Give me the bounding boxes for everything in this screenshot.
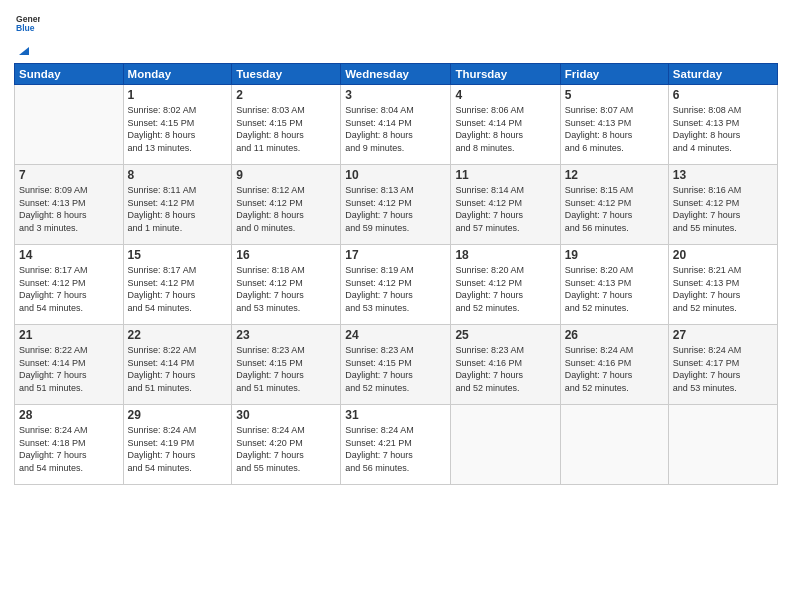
calendar-cell: 27Sunrise: 8:24 AM Sunset: 4:17 PM Dayli… xyxy=(668,325,777,405)
day-info: Sunrise: 8:12 AM Sunset: 4:12 PM Dayligh… xyxy=(236,184,336,234)
day-number: 19 xyxy=(565,248,664,262)
day-number: 4 xyxy=(455,88,555,102)
day-info: Sunrise: 8:08 AM Sunset: 4:13 PM Dayligh… xyxy=(673,104,773,154)
day-info: Sunrise: 8:18 AM Sunset: 4:12 PM Dayligh… xyxy=(236,264,336,314)
logo-triangle-icon xyxy=(15,39,33,57)
calendar-cell: 31Sunrise: 8:24 AM Sunset: 4:21 PM Dayli… xyxy=(341,405,451,485)
day-info: Sunrise: 8:13 AM Sunset: 4:12 PM Dayligh… xyxy=(345,184,446,234)
day-number: 28 xyxy=(19,408,119,422)
calendar-week-row: 14Sunrise: 8:17 AM Sunset: 4:12 PM Dayli… xyxy=(15,245,778,325)
calendar-cell: 7Sunrise: 8:09 AM Sunset: 4:13 PM Daylig… xyxy=(15,165,124,245)
day-number: 23 xyxy=(236,328,336,342)
day-number: 3 xyxy=(345,88,446,102)
calendar-cell: 29Sunrise: 8:24 AM Sunset: 4:19 PM Dayli… xyxy=(123,405,232,485)
calendar-cell: 2Sunrise: 8:03 AM Sunset: 4:15 PM Daylig… xyxy=(232,85,341,165)
calendar-cell: 24Sunrise: 8:23 AM Sunset: 4:15 PM Dayli… xyxy=(341,325,451,405)
day-info: Sunrise: 8:20 AM Sunset: 4:12 PM Dayligh… xyxy=(455,264,555,314)
weekday-header-wednesday: Wednesday xyxy=(341,64,451,85)
day-info: Sunrise: 8:23 AM Sunset: 4:15 PM Dayligh… xyxy=(236,344,336,394)
day-info: Sunrise: 8:07 AM Sunset: 4:13 PM Dayligh… xyxy=(565,104,664,154)
calendar-cell: 8Sunrise: 8:11 AM Sunset: 4:12 PM Daylig… xyxy=(123,165,232,245)
calendar-cell: 16Sunrise: 8:18 AM Sunset: 4:12 PM Dayli… xyxy=(232,245,341,325)
day-info: Sunrise: 8:23 AM Sunset: 4:16 PM Dayligh… xyxy=(455,344,555,394)
calendar-cell: 26Sunrise: 8:24 AM Sunset: 4:16 PM Dayli… xyxy=(560,325,668,405)
calendar-cell: 15Sunrise: 8:17 AM Sunset: 4:12 PM Dayli… xyxy=(123,245,232,325)
day-info: Sunrise: 8:17 AM Sunset: 4:12 PM Dayligh… xyxy=(128,264,228,314)
day-number: 2 xyxy=(236,88,336,102)
day-number: 22 xyxy=(128,328,228,342)
calendar-cell: 23Sunrise: 8:23 AM Sunset: 4:15 PM Dayli… xyxy=(232,325,341,405)
day-number: 27 xyxy=(673,328,773,342)
calendar-cell: 25Sunrise: 8:23 AM Sunset: 4:16 PM Dayli… xyxy=(451,325,560,405)
day-number: 17 xyxy=(345,248,446,262)
calendar-cell: 4Sunrise: 8:06 AM Sunset: 4:14 PM Daylig… xyxy=(451,85,560,165)
day-info: Sunrise: 8:14 AM Sunset: 4:12 PM Dayligh… xyxy=(455,184,555,234)
calendar-cell: 13Sunrise: 8:16 AM Sunset: 4:12 PM Dayli… xyxy=(668,165,777,245)
day-info: Sunrise: 8:16 AM Sunset: 4:12 PM Dayligh… xyxy=(673,184,773,234)
calendar-cell: 5Sunrise: 8:07 AM Sunset: 4:13 PM Daylig… xyxy=(560,85,668,165)
calendar-cell: 12Sunrise: 8:15 AM Sunset: 4:12 PM Dayli… xyxy=(560,165,668,245)
day-number: 7 xyxy=(19,168,119,182)
calendar-cell: 1Sunrise: 8:02 AM Sunset: 4:15 PM Daylig… xyxy=(123,85,232,165)
day-info: Sunrise: 8:04 AM Sunset: 4:14 PM Dayligh… xyxy=(345,104,446,154)
calendar-cell: 11Sunrise: 8:14 AM Sunset: 4:12 PM Dayli… xyxy=(451,165,560,245)
day-number: 29 xyxy=(128,408,228,422)
calendar-cell: 20Sunrise: 8:21 AM Sunset: 4:13 PM Dayli… xyxy=(668,245,777,325)
day-number: 14 xyxy=(19,248,119,262)
day-info: Sunrise: 8:11 AM Sunset: 4:12 PM Dayligh… xyxy=(128,184,228,234)
day-info: Sunrise: 8:22 AM Sunset: 4:14 PM Dayligh… xyxy=(128,344,228,394)
calendar-week-row: 28Sunrise: 8:24 AM Sunset: 4:18 PM Dayli… xyxy=(15,405,778,485)
weekday-header-monday: Monday xyxy=(123,64,232,85)
calendar-cell: 3Sunrise: 8:04 AM Sunset: 4:14 PM Daylig… xyxy=(341,85,451,165)
day-number: 9 xyxy=(236,168,336,182)
weekday-header-friday: Friday xyxy=(560,64,668,85)
day-number: 20 xyxy=(673,248,773,262)
calendar-cell: 14Sunrise: 8:17 AM Sunset: 4:12 PM Dayli… xyxy=(15,245,124,325)
day-number: 21 xyxy=(19,328,119,342)
weekday-header-thursday: Thursday xyxy=(451,64,560,85)
day-info: Sunrise: 8:19 AM Sunset: 4:12 PM Dayligh… xyxy=(345,264,446,314)
calendar-cell: 18Sunrise: 8:20 AM Sunset: 4:12 PM Dayli… xyxy=(451,245,560,325)
calendar-cell xyxy=(560,405,668,485)
page-header: General Blue xyxy=(14,10,778,57)
weekday-header-sunday: Sunday xyxy=(15,64,124,85)
day-number: 25 xyxy=(455,328,555,342)
day-info: Sunrise: 8:24 AM Sunset: 4:19 PM Dayligh… xyxy=(128,424,228,474)
day-info: Sunrise: 8:15 AM Sunset: 4:12 PM Dayligh… xyxy=(565,184,664,234)
day-info: Sunrise: 8:21 AM Sunset: 4:13 PM Dayligh… xyxy=(673,264,773,314)
day-number: 10 xyxy=(345,168,446,182)
day-number: 18 xyxy=(455,248,555,262)
calendar-cell: 28Sunrise: 8:24 AM Sunset: 4:18 PM Dayli… xyxy=(15,405,124,485)
day-info: Sunrise: 8:17 AM Sunset: 4:12 PM Dayligh… xyxy=(19,264,119,314)
day-info: Sunrise: 8:24 AM Sunset: 4:17 PM Dayligh… xyxy=(673,344,773,394)
day-number: 24 xyxy=(345,328,446,342)
calendar-cell: 21Sunrise: 8:22 AM Sunset: 4:14 PM Dayli… xyxy=(15,325,124,405)
calendar-cell: 9Sunrise: 8:12 AM Sunset: 4:12 PM Daylig… xyxy=(232,165,341,245)
calendar-cell: 10Sunrise: 8:13 AM Sunset: 4:12 PM Dayli… xyxy=(341,165,451,245)
day-number: 8 xyxy=(128,168,228,182)
weekday-header-saturday: Saturday xyxy=(668,64,777,85)
calendar-cell xyxy=(15,85,124,165)
day-info: Sunrise: 8:06 AM Sunset: 4:14 PM Dayligh… xyxy=(455,104,555,154)
day-number: 31 xyxy=(345,408,446,422)
day-number: 5 xyxy=(565,88,664,102)
calendar-cell: 6Sunrise: 8:08 AM Sunset: 4:13 PM Daylig… xyxy=(668,85,777,165)
calendar-header-row: SundayMondayTuesdayWednesdayThursdayFrid… xyxy=(15,64,778,85)
calendar-week-row: 21Sunrise: 8:22 AM Sunset: 4:14 PM Dayli… xyxy=(15,325,778,405)
day-number: 13 xyxy=(673,168,773,182)
day-number: 12 xyxy=(565,168,664,182)
calendar-cell xyxy=(451,405,560,485)
logo: General Blue xyxy=(14,10,40,57)
calendar-cell: 17Sunrise: 8:19 AM Sunset: 4:12 PM Dayli… xyxy=(341,245,451,325)
day-info: Sunrise: 8:09 AM Sunset: 4:13 PM Dayligh… xyxy=(19,184,119,234)
day-info: Sunrise: 8:24 AM Sunset: 4:21 PM Dayligh… xyxy=(345,424,446,474)
weekday-header-tuesday: Tuesday xyxy=(232,64,341,85)
day-number: 16 xyxy=(236,248,336,262)
calendar-week-row: 7Sunrise: 8:09 AM Sunset: 4:13 PM Daylig… xyxy=(15,165,778,245)
day-number: 30 xyxy=(236,408,336,422)
day-info: Sunrise: 8:02 AM Sunset: 4:15 PM Dayligh… xyxy=(128,104,228,154)
logo-icon: General Blue xyxy=(16,10,40,34)
day-info: Sunrise: 8:24 AM Sunset: 4:16 PM Dayligh… xyxy=(565,344,664,394)
svg-text:Blue: Blue xyxy=(16,23,35,33)
day-number: 26 xyxy=(565,328,664,342)
